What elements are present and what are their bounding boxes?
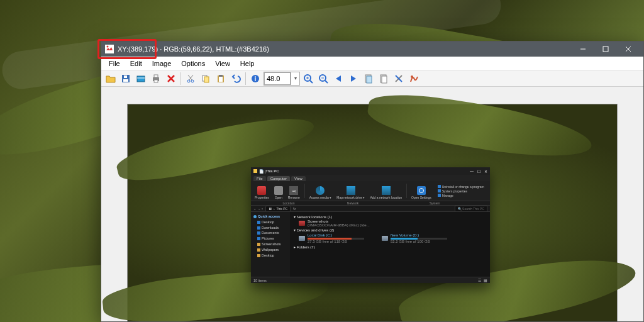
save-icon[interactable] [119,72,133,86]
menu-view[interactable]: View [210,58,235,69]
menu-image[interactable]: Image [147,58,177,69]
svg-rect-37 [382,76,387,83]
menu-edit[interactable]: Edit [125,58,147,69]
clipboard-copy-icon[interactable] [362,72,375,86]
minimize-button[interactable] [572,42,594,57]
svg-rect-24 [219,75,223,77]
explorer-window-in-image: 📄 | This PC —☐✕ File Computer View Prope… [251,167,490,283]
paste-icon[interactable] [214,72,228,86]
toolbar: i ▾ [101,70,643,87]
info-icon[interactable]: i [248,72,262,86]
zoom-in-icon[interactable] [301,72,315,86]
maximize-button[interactable] [594,42,617,57]
menu-options[interactable]: Options [176,58,210,69]
svg-point-40 [411,75,413,78]
close-button[interactable] [617,42,640,57]
displayed-image: 📄 | This PC —☐✕ File Computer View Prope… [128,104,617,321]
print-icon[interactable] [149,72,163,86]
menu-help[interactable]: Help [235,58,260,69]
irfanview-window: XY:(389,179) · RGB:(59,66,22), HTML:(#3B… [101,41,644,322]
svg-rect-9 [137,76,145,82]
app-icon [105,45,114,53]
canvas[interactable]: 📄 | This PC —☐✕ File Computer View Prope… [101,87,643,321]
svg-point-1 [107,46,109,48]
svg-rect-23 [219,77,223,82]
prev-icon[interactable] [331,72,345,86]
svg-rect-13 [154,80,158,82]
svg-rect-21 [204,77,209,82]
titlebar[interactable]: XY:(389,179) · RGB:(59,66,22), HTML:(#3B… [101,42,643,57]
titlebar-rgb: RGB:(59,66,22), HTML:(#3B4216) [164,45,269,53]
svg-line-32 [325,80,328,83]
zoom-out-icon[interactable] [316,72,330,86]
effects-icon[interactable] [407,72,421,86]
svg-rect-7 [123,79,128,82]
svg-rect-3 [603,47,608,52]
titlebar-xy: XY:(389,179) [118,45,158,53]
zoom-input[interactable] [264,72,291,85]
menu-file[interactable]: File [104,58,125,69]
cut-icon[interactable] [184,72,197,86]
svg-point-16 [187,80,190,82]
svg-text:i: i [255,75,257,82]
tools-icon[interactable] [392,72,406,86]
svg-line-28 [310,80,313,83]
undo-icon[interactable] [229,72,243,86]
chevron-down-icon[interactable]: ▾ [291,72,299,85]
scan-icon[interactable] [134,72,148,86]
clipboard-paste-icon[interactable] [377,72,391,86]
delete-icon[interactable] [164,72,178,86]
svg-rect-35 [367,76,372,83]
next-icon[interactable] [347,72,360,86]
svg-rect-8 [124,75,127,78]
svg-rect-12 [154,75,158,77]
copy-icon[interactable] [199,72,213,86]
svg-rect-0 [105,45,114,53]
svg-point-17 [191,80,194,82]
open-icon[interactable] [104,72,118,86]
menubar: File Edit Image Options View Help [101,57,643,70]
zoom-combo[interactable]: ▾ [264,72,300,86]
